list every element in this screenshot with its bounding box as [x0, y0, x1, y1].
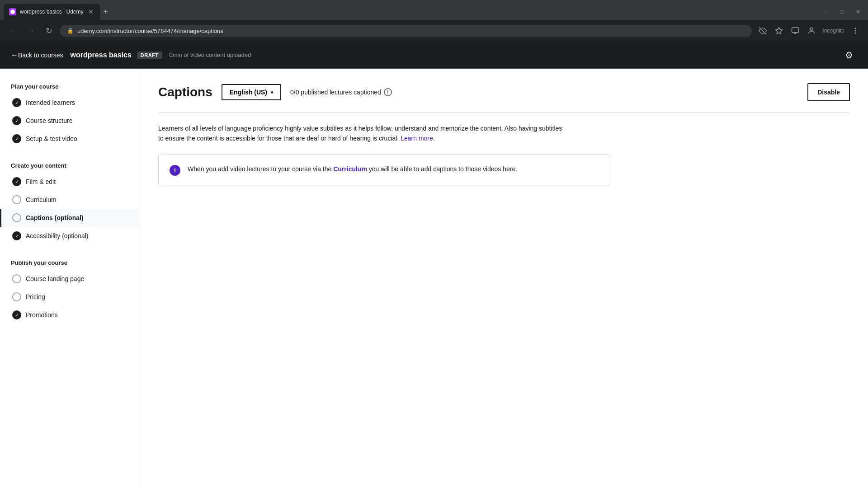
app-header: ← Back to courses wordpress basics DRAFT…: [0, 42, 868, 69]
back-button[interactable]: ←: [5, 23, 20, 38]
captions-count-display: 0/0 published lectures captioned i: [290, 88, 392, 96]
create-section-title: Create your content: [0, 159, 140, 173]
plan-section-title: Plan your course: [0, 80, 140, 94]
captions-count-text: 0/0 published lectures captioned: [290, 89, 381, 96]
sidebar-section-publish: Publish your course Course landing page …: [0, 256, 140, 324]
info-box-text: When you add video lectures to your cour…: [188, 164, 517, 174]
bookmark-icon[interactable]: [772, 23, 786, 38]
tab-favicon: [9, 8, 16, 15]
eye-slash-icon[interactable]: [755, 23, 770, 38]
check-promotions: ✓: [12, 310, 21, 319]
check-landing-page: [12, 274, 21, 283]
check-film-edit: ✓: [12, 177, 21, 186]
back-arrow-icon: ←: [11, 51, 18, 59]
check-curriculum: [12, 195, 21, 204]
sidebar-section-plan: Plan your course ✓ Intended learners ✓ C…: [0, 80, 140, 148]
back-to-courses-link[interactable]: Back to courses: [18, 52, 63, 59]
tab-bar-controls: ─ □ ✕: [819, 5, 864, 18]
info-box: i When you add video lectures to your co…: [158, 155, 610, 185]
sidebar-label-accessibility: Accessibility (optional): [26, 232, 89, 239]
svg-marker-2: [776, 28, 783, 34]
svg-point-6: [810, 28, 813, 30]
tab-close-button[interactable]: ✕: [87, 8, 94, 15]
description-text-main: Learners of all levels of language profi…: [158, 125, 562, 142]
sidebar-item-curriculum[interactable]: Curriculum: [0, 191, 140, 209]
sidebar-item-captions[interactable]: Captions (optional): [0, 209, 140, 227]
browser-toolbar: ← → ↻ 🔒 udemy.com/instructor/course/5784…: [0, 20, 868, 42]
learn-more-link[interactable]: Learn more: [401, 135, 433, 142]
close-window-button[interactable]: ✕: [852, 5, 864, 18]
svg-point-8: [855, 30, 856, 31]
svg-point-9: [855, 33, 856, 34]
address-text: udemy.com/instructor/course/5784474/mana…: [77, 28, 223, 34]
sidebar-item-course-landing-page[interactable]: Course landing page: [0, 270, 140, 288]
sidebar-label-captions: Captions (optional): [26, 214, 84, 221]
menu-button[interactable]: [848, 23, 863, 38]
video-upload-info: 0min of video content uploaded: [170, 52, 251, 58]
info-icon[interactable]: i: [384, 88, 392, 96]
reload-button[interactable]: ↻: [42, 23, 56, 38]
browser-tab-bar: wordpress basics | Udemy ✕ + ─ □ ✕: [0, 0, 868, 20]
sidebar-item-course-structure[interactable]: ✓ Course structure: [0, 112, 140, 130]
info-text-before: When you add video lectures to your cour…: [188, 165, 333, 173]
svg-point-0: [10, 9, 15, 14]
minimize-button[interactable]: ─: [819, 5, 832, 18]
course-title: wordpress basics: [71, 51, 132, 59]
forward-button[interactable]: →: [24, 23, 38, 38]
check-setup-test: ✓: [12, 134, 21, 143]
sidebar-item-film-edit[interactable]: ✓ Film & edit: [0, 173, 140, 191]
tab-title: wordpress basics | Udemy: [20, 9, 84, 15]
profile-icon[interactable]: [788, 23, 802, 38]
sidebar-label-film-edit: Film & edit: [26, 178, 56, 185]
sidebar-label-intended-learners: Intended learners: [26, 99, 75, 106]
sidebar-section-create: Create your content ✓ Film & edit Curric…: [0, 159, 140, 245]
sidebar-item-promotions[interactable]: ✓ Promotions: [0, 306, 140, 324]
sidebar-label-course-structure: Course structure: [26, 117, 72, 124]
check-pricing: [12, 292, 21, 301]
captions-description: Learners of all levels of language profi…: [158, 123, 565, 144]
content-area: Captions English (US) ▾ 0/0 published le…: [140, 69, 868, 488]
sidebar-item-pricing[interactable]: Pricing: [0, 288, 140, 306]
browser-tab-active[interactable]: wordpress basics | Udemy ✕: [4, 4, 100, 20]
info-box-icon: i: [170, 165, 180, 176]
language-label: English (US): [230, 89, 267, 96]
sidebar-label-curriculum: Curriculum: [26, 196, 57, 203]
check-captions: [12, 213, 21, 222]
captions-title: Captions: [158, 85, 212, 99]
incognito-text: Incognito: [822, 28, 844, 34]
sidebar-label-pricing: Pricing: [26, 293, 45, 300]
sidebar-item-intended-learners[interactable]: ✓ Intended learners: [0, 94, 140, 112]
svg-rect-3: [792, 28, 799, 33]
chevron-down-icon: ▾: [271, 90, 273, 95]
incognito-label: Incognito: [821, 23, 846, 38]
main-layout: Plan your course ✓ Intended learners ✓ C…: [0, 69, 868, 488]
publish-section-title: Publish your course: [0, 256, 140, 270]
svg-point-7: [855, 28, 856, 29]
check-intended-learners: ✓: [12, 98, 21, 107]
draft-badge: DRAFT: [137, 52, 162, 59]
check-course-structure: ✓: [12, 116, 21, 125]
sidebar-item-setup-test-video[interactable]: ✓ Setup & test video: [0, 130, 140, 148]
curriculum-link[interactable]: Curriculum: [333, 165, 367, 173]
browser-chrome: wordpress basics | Udemy ✕ + ─ □ ✕ ← → ↻…: [0, 0, 868, 42]
sidebar-label-promotions: Promotions: [26, 311, 58, 319]
sidebar-label-setup-test: Setup & test video: [26, 135, 77, 142]
disable-button[interactable]: Disable: [807, 83, 850, 101]
user-profile-button[interactable]: [804, 23, 819, 38]
sidebar: Plan your course ✓ Intended learners ✓ C…: [0, 69, 140, 488]
section-divider: [158, 112, 850, 113]
address-bar[interactable]: 🔒 udemy.com/instructor/course/5784474/ma…: [60, 25, 752, 37]
check-accessibility: ✓: [12, 231, 21, 240]
sidebar-item-accessibility[interactable]: ✓ Accessibility (optional): [0, 227, 140, 245]
captions-header-row: Captions English (US) ▾ 0/0 published le…: [158, 83, 850, 101]
settings-button[interactable]: ⚙: [841, 47, 857, 63]
language-dropdown-button[interactable]: English (US) ▾: [222, 84, 281, 100]
toolbar-right-icons: Incognito: [755, 23, 863, 38]
maximize-button[interactable]: □: [835, 5, 848, 18]
info-text-after: you will be able to add captions to thos…: [367, 165, 517, 173]
sidebar-label-landing-page: Course landing page: [26, 275, 84, 282]
lock-icon: 🔒: [67, 28, 74, 34]
new-tab-button[interactable]: +: [100, 5, 112, 19]
